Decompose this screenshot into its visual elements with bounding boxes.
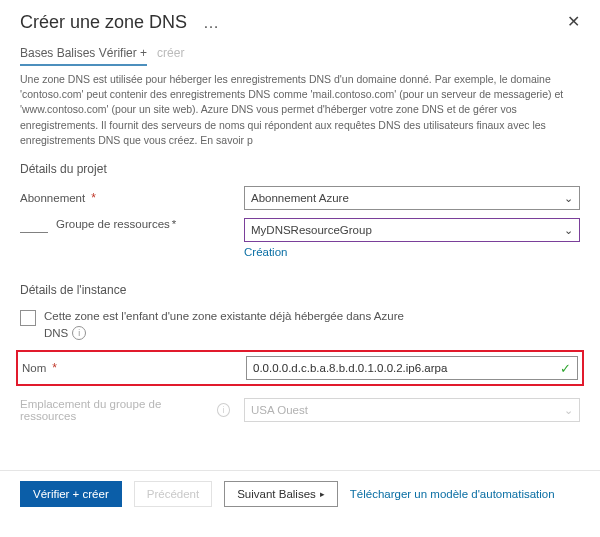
select-resource-group-value: MyDNSResourceGroup — [251, 224, 372, 236]
section-project-title: Détails du projet — [0, 148, 600, 184]
chevron-down-icon: ⌄ — [564, 404, 573, 417]
row-location: Emplacement du groupe de ressources i US… — [0, 392, 600, 424]
label-child-zone: Cette zone est l'enfant d'une zone exist… — [44, 309, 404, 324]
select-resource-group[interactable]: MyDNSResourceGroup ⌄ — [244, 218, 580, 242]
required-icon: * — [91, 191, 96, 205]
label-subscription: Abonnement * — [20, 191, 230, 205]
row-subscription: Abonnement * Abonnement Azure ⌄ — [0, 184, 600, 212]
row-resource-group: Groupe de ressources * MyDNSResourceGrou… — [0, 212, 600, 261]
button-verify-create[interactable]: Vérifier + créer — [20, 481, 122, 507]
tab-create: créer — [157, 46, 184, 64]
info-icon[interactable]: i — [72, 326, 86, 340]
intro-text: Une zone DNS est utilisée pour héberger … — [0, 66, 600, 148]
select-location: USA Ouest ⌄ — [244, 398, 580, 422]
link-download-template[interactable]: Télécharger un modèle d'automatisation — [350, 488, 555, 500]
input-name-value: 0.0.0.0.d.c.b.a.8.b.d.0.1.0.0.2.ip6.arpa — [253, 362, 447, 374]
dns-label-text: DNS — [44, 327, 68, 339]
label-location: Emplacement du groupe de ressources i — [20, 398, 230, 422]
row-dns-label: DNS i — [0, 326, 600, 340]
label-name: Nom * — [22, 361, 232, 375]
chevron-down-icon: ⌄ — [564, 224, 573, 237]
intro-text-content: Une zone DNS est utilisée pour héberger … — [20, 73, 563, 146]
panel-header: Créer une zone DNS … ✕ — [0, 0, 600, 42]
rg-indent-line — [20, 218, 48, 233]
page-title: Créer une zone DNS — [20, 12, 187, 33]
more-icon[interactable]: … — [203, 13, 219, 31]
chevron-down-icon: ⌄ — [564, 192, 573, 205]
row-child-zone: Cette zone est l'enfant d'une zone exist… — [0, 305, 600, 326]
tab-bar: Bases Balises Vérifier + créer — [0, 42, 600, 66]
tab-steps[interactable]: Bases Balises Vérifier + — [20, 46, 147, 66]
label-resource-group: Groupe de ressources * — [20, 218, 230, 233]
select-subscription[interactable]: Abonnement Azure ⌄ — [244, 186, 580, 210]
button-previous: Précédent — [134, 481, 212, 507]
required-icon: * — [52, 361, 57, 375]
select-location-value: USA Ouest — [251, 404, 308, 416]
info-icon: i — [217, 403, 230, 417]
arrow-right-icon: ▸ — [320, 489, 325, 499]
link-create-resource-group[interactable]: Création — [244, 246, 287, 258]
select-subscription-value: Abonnement Azure — [251, 192, 349, 204]
highlight-name-field: Nom * 0.0.0.0.d.c.b.a.8.b.d.0.1.0.0.2.ip… — [16, 350, 584, 386]
valid-check-icon: ✓ — [560, 361, 571, 376]
section-instance-title: Détails de l'instance — [0, 261, 600, 305]
close-icon[interactable]: ✕ — [563, 10, 584, 34]
checkbox-child-zone[interactable] — [20, 310, 36, 326]
footer-bar: Vérifier + créer Précédent Suivant Balis… — [0, 471, 600, 517]
input-name[interactable]: 0.0.0.0.d.c.b.a.8.b.d.0.1.0.0.2.ip6.arpa… — [246, 356, 578, 380]
required-icon: * — [172, 218, 176, 230]
button-next[interactable]: Suivant Balises ▸ — [224, 481, 338, 507]
